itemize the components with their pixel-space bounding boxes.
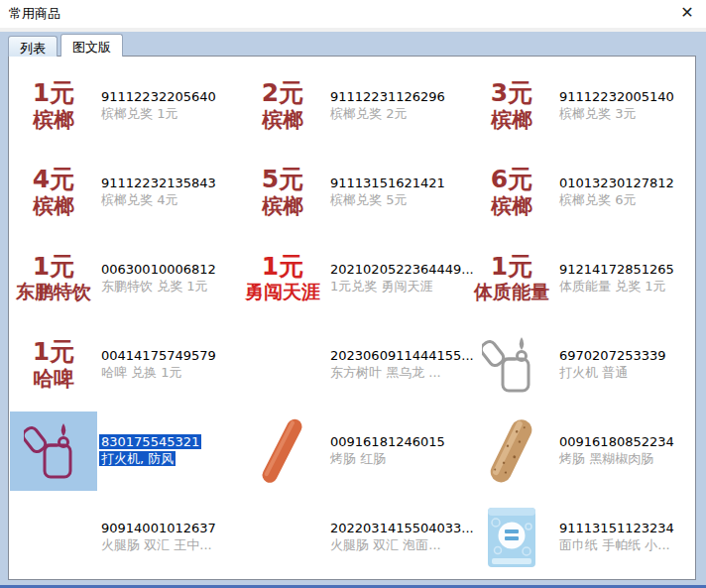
- product-item[interactable]: 1元槟榔91112232205640槟榔兑奖 1元: [10, 62, 239, 149]
- price-graphic: 1元体质能量: [468, 239, 555, 318]
- close-icon[interactable]: ✕: [676, 2, 698, 24]
- product-text: 00916181246015烤肠 红肠: [330, 434, 445, 468]
- product-description: 槟榔兑奖 4元: [101, 192, 216, 208]
- product-description: 1元兑奖 勇闯天涯: [330, 279, 468, 294]
- product-item[interactable]: 00916181246015烤肠 红肠: [239, 408, 468, 494]
- product-item[interactable]: 1元体质能量91214172851265体质能量 兑奖 1元: [468, 235, 696, 321]
- product-item[interactable]: 2022031415504033...火腿肠 双汇 泡面...: [239, 494, 468, 580]
- product-item[interactable]: 91113151123234面巾纸 手帕纸 小...: [468, 494, 696, 580]
- price-graphic: 1元勇闯天涯: [239, 239, 326, 318]
- sausage-brown-image-box: [468, 412, 555, 491]
- sausage-red-image-box: [239, 412, 326, 491]
- product-text: 91112232005140槟榔兑奖 3元: [559, 89, 674, 123]
- product-description: 槟榔兑奖 5元: [330, 192, 445, 208]
- tissue-pack-image: [486, 505, 537, 570]
- product-barcode-text: 00916180852234: [559, 434, 674, 449]
- product-item[interactable]: 2023060911444155...东方树叶 黑乌龙 ...: [239, 321, 468, 408]
- product-description: 槟榔兑奖 1元: [101, 106, 216, 122]
- price-graphic: 1元东鹏特饮: [10, 239, 97, 318]
- sausage-image: [248, 415, 317, 487]
- price-line: 6元: [491, 166, 532, 194]
- product-description: 打火机, 防风: [101, 451, 199, 467]
- product-item[interactable]: 3元槟榔91112232005140槟榔兑奖 3元: [468, 62, 696, 149]
- product-description-text: 面巾纸 手帕纸 小...: [559, 537, 670, 552]
- window-title: 常用商品: [9, 5, 60, 23]
- product-name-line: 东鹏特饮: [16, 282, 91, 303]
- product-barcode: 2023060911444155...: [330, 348, 468, 364]
- price-graphic: 6元槟榔: [468, 153, 555, 232]
- product-barcode: 91113151123234: [559, 521, 674, 536]
- product-description-text: 打火机, 防风: [101, 451, 174, 466]
- product-item[interactable]: 6970207253339打火机 普通: [468, 321, 696, 408]
- product-barcode: 90914001012637: [101, 521, 216, 536]
- product-item[interactable]: 1元哈啤00414175749579哈啤 兑换 1元: [10, 321, 239, 408]
- product-description: 烤肠 红肠: [330, 451, 445, 467]
- product-item[interactable]: 2元槟榔91112231126296槟榔兑奖 2元: [239, 62, 468, 149]
- product-name-line: 槟榔: [491, 108, 532, 132]
- product-item[interactable]: 5元槟榔91113151621421槟榔兑奖 5元: [239, 149, 468, 235]
- product-description-text: 东鹏特饮 兑奖 1元: [101, 279, 208, 294]
- product-item[interactable]: 4元槟榔91112232135843槟榔兑奖 4元: [10, 149, 239, 235]
- product-text: 2022031415504033...火腿肠 双汇 泡面...: [330, 521, 468, 554]
- price-line: 1元: [33, 338, 74, 367]
- product-text: 00916180852234烤肠 黑糊椒肉肠: [559, 434, 674, 468]
- product-barcode-text: 91113151123234: [559, 521, 674, 535]
- price-line: 1元: [33, 79, 74, 108]
- product-description: 烤肠 黑糊椒肉肠: [559, 451, 674, 467]
- product-barcode-text: 91112231126296: [330, 89, 445, 104]
- product-barcode: 00630010006812: [101, 262, 216, 278]
- product-item[interactable]: 6元槟榔01013230127812槟榔兑奖 6元: [468, 149, 696, 235]
- product-barcode: 91113151621421: [330, 176, 445, 191]
- product-description-text: 槟榔兑奖 3元: [559, 106, 636, 121]
- product-barcode: 00916181246015: [330, 434, 445, 450]
- lighter-image-box: [10, 412, 97, 491]
- product-name-line: 槟榔: [33, 108, 74, 132]
- price-graphic: 3元槟榔: [468, 66, 555, 146]
- tab-list[interactable]: 列表: [8, 36, 58, 57]
- product-description-text: 槟榔兑奖 4元: [101, 192, 177, 207]
- product-barcode: 91112231126296: [330, 89, 445, 105]
- product-item[interactable]: 1元东鹏特饮00630010006812东鹏特饮 兑奖 1元: [10, 235, 239, 321]
- product-barcode-text: 00630010006812: [101, 262, 216, 277]
- product-description-text: 打火机 普通: [559, 365, 628, 380]
- product-item[interactable]: 90914001012637火腿肠 双汇 王中...: [10, 494, 239, 580]
- product-description-text: 槟榔兑奖 2元: [330, 106, 407, 121]
- product-text: 91113151621421槟榔兑奖 5元: [330, 176, 445, 209]
- product-item[interactable]: 00916180852234烤肠 黑糊椒肉肠: [468, 408, 696, 494]
- product-description: 槟榔兑奖 2元: [330, 106, 445, 122]
- product-name-line: 槟榔: [491, 194, 532, 218]
- product-grid: 1元槟榔91112232205640槟榔兑奖 1元2元槟榔91112231126…: [9, 57, 695, 580]
- price-line: 1元: [245, 253, 320, 282]
- product-text: 91112231126296槟榔兑奖 2元: [330, 89, 445, 123]
- product-description-text: 槟榔兑奖 5元: [330, 192, 407, 207]
- product-text: 6970207253339打火机 普通: [559, 348, 666, 382]
- product-description: 东方树叶 黑乌龙 ...: [330, 365, 468, 381]
- product-barcode-text: 91112232005140: [559, 89, 674, 104]
- title-bar: 常用商品 ✕: [0, 0, 706, 28]
- product-description: 打火机 普通: [559, 365, 666, 381]
- product-text: 01013230127812槟榔兑奖 6元: [559, 176, 674, 209]
- product-barcode-text: 830175545321: [101, 434, 199, 449]
- product-item[interactable]: 1元勇闯天涯2021020522364449...1元兑奖 勇闯天涯: [239, 235, 468, 321]
- product-barcode: 2021020522364449...: [330, 262, 468, 278]
- product-description: 东鹏特饮 兑奖 1元: [101, 279, 216, 294]
- product-description: 火腿肠 双汇 泡面...: [330, 537, 468, 553]
- product-text: 90914001012637火腿肠 双汇 王中...: [101, 521, 216, 554]
- product-name-line: 哈啤: [33, 367, 74, 391]
- price-line: 4元: [33, 166, 74, 194]
- product-barcode: 830175545321: [101, 434, 199, 450]
- tab-graphic-view[interactable]: 图文版: [60, 34, 123, 57]
- product-description-text: 烤肠 黑糊椒肉肠: [559, 451, 653, 466]
- product-description: 面巾纸 手帕纸 小...: [559, 537, 674, 553]
- price-line: 1元: [474, 253, 549, 282]
- product-text: 00414175749579哈啤 兑换 1元: [101, 348, 216, 382]
- product-text: 91214172851265体质能量 兑奖 1元: [559, 262, 674, 295]
- product-item[interactable]: 830175545321打火机, 防风: [10, 408, 239, 494]
- blank-graphic: [239, 498, 326, 577]
- lighter-icon: [24, 418, 83, 484]
- product-barcode-text: 91112232205640: [101, 89, 216, 104]
- blank-graphic: [239, 325, 326, 405]
- product-barcode-text: 2021020522364449...: [330, 262, 474, 277]
- product-description: 槟榔兑奖 6元: [559, 192, 674, 208]
- product-description: 哈啤 兑换 1元: [101, 365, 216, 381]
